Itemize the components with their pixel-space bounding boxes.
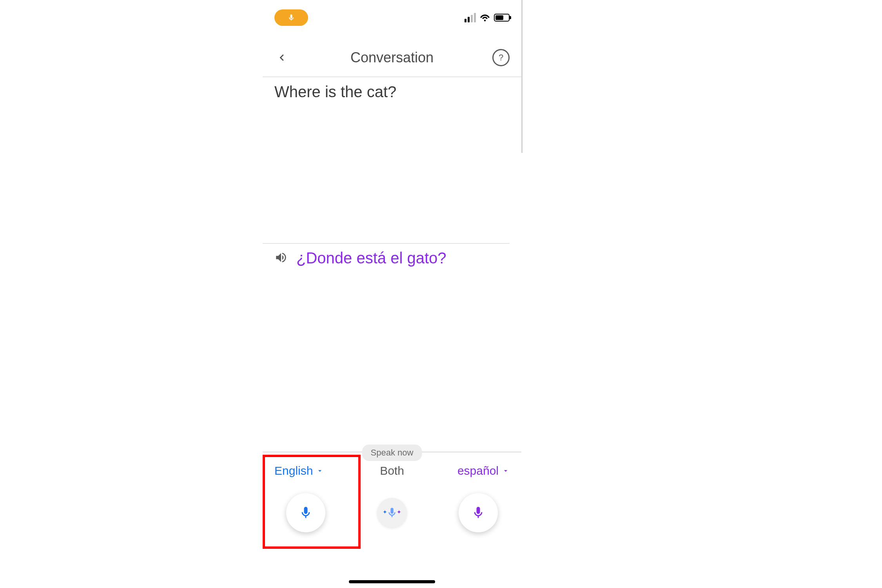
status-icons	[465, 12, 510, 24]
recording-indicator[interactable]	[274, 9, 308, 26]
sparkle-icon: ✦	[397, 509, 401, 515]
home-indicator[interactable]	[349, 580, 435, 583]
source-text[interactable]: Where is the cat?	[274, 83, 510, 101]
question-icon: ?	[499, 53, 503, 63]
content-divider	[263, 243, 510, 244]
speaker-icon	[274, 251, 288, 264]
microphone-icon	[287, 14, 295, 22]
translation-row: ¿Donde está el gato?	[274, 249, 510, 267]
wifi-icon	[480, 12, 490, 24]
target-language-label: español	[457, 464, 499, 477]
battery-icon	[494, 14, 510, 22]
translated-text[interactable]: ¿Donde está el gato?	[296, 249, 446, 267]
status-bar	[263, 5, 521, 24]
header-divider	[263, 76, 521, 77]
both-languages-label[interactable]: Both	[380, 464, 404, 477]
back-button[interactable]	[274, 50, 290, 65]
app-header: Conversation ?	[263, 44, 521, 71]
mic-target-button[interactable]	[459, 493, 498, 532]
microphone-icon	[386, 507, 398, 519]
mic-auto-button[interactable]: ✦ ✦	[377, 498, 407, 528]
cell-signal-icon	[465, 13, 476, 22]
phone-frame: Conversation ? Where is the cat? ¿Donde …	[263, 0, 521, 588]
help-button[interactable]: ?	[492, 49, 510, 66]
target-language-select[interactable]: español	[457, 464, 510, 477]
annotation-highlight-box	[263, 455, 361, 549]
speak-hint: Speak now	[362, 445, 422, 461]
chevron-left-icon	[278, 53, 287, 62]
chevron-down-icon	[502, 464, 510, 477]
speak-translation-button[interactable]	[274, 251, 288, 266]
microphone-icon	[471, 506, 485, 520]
page-title: Conversation	[263, 49, 521, 66]
sparkle-icon: ✦	[383, 509, 387, 515]
